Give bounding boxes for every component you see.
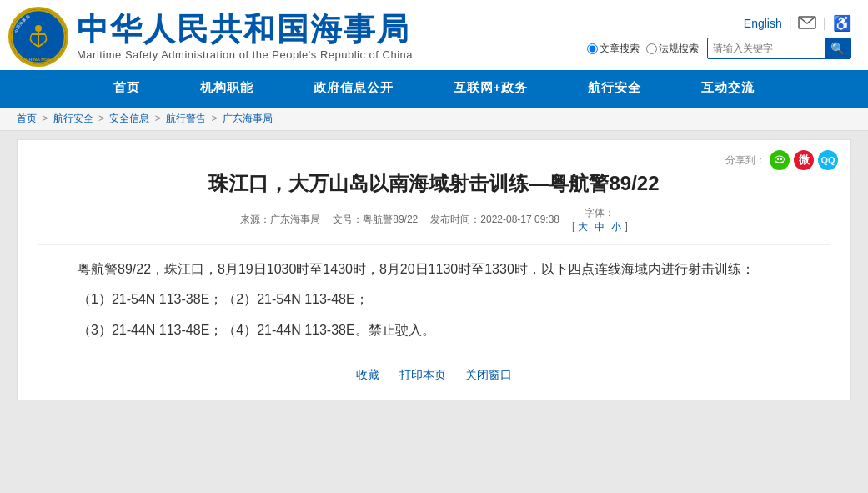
font-medium-btn[interactable]: 中	[595, 220, 605, 234]
nav-functions[interactable]: 机构职能	[170, 70, 283, 106]
breadcrumb-sep-4: >	[211, 113, 219, 124]
header-top: CHINA MSA 中国海事局 中华人民共和国海事局 Maritime Safe…	[0, 0, 868, 70]
separator-2: |	[823, 17, 826, 30]
breadcrumb-sep-3: >	[155, 113, 163, 124]
nav-internet-gov[interactable]: 互联网+政务	[424, 70, 559, 106]
header: CHINA MSA 中国海事局 中华人民共和国海事局 Maritime Safe…	[0, 0, 868, 108]
breadcrumb-home[interactable]: 首页	[17, 113, 37, 124]
search-input[interactable]	[708, 40, 825, 57]
close-link[interactable]: 关闭窗口	[465, 368, 512, 381]
print-link[interactable]: 打印本页	[399, 368, 446, 381]
logo-icon: CHINA MSA 中国海事局	[8, 7, 68, 67]
body-para-1: 粤航警89/22，珠江口，8月19日1030时至1430时，8月20日1130时…	[51, 258, 817, 282]
font-size-controls: [大 中 小]	[572, 220, 628, 234]
nav-interaction[interactable]: 互动交流	[671, 70, 785, 106]
meta-font-label: 字体： [大 中 小]	[572, 206, 628, 234]
font-small-btn[interactable]: 小	[611, 220, 621, 234]
site-title-en: Maritime Safety Administration of the Pe…	[77, 48, 413, 61]
article-title: 珠江口，大万山岛以南海域射击训练—粤航警89/22	[38, 169, 830, 198]
breadcrumb-nav-safety[interactable]: 航行安全	[53, 113, 93, 124]
search-icon: 🔍	[830, 42, 845, 55]
share-label: 分享到：	[725, 153, 765, 168]
nav-gov-info[interactable]: 政府信息公开	[283, 70, 424, 106]
share-wechat[interactable]	[770, 150, 790, 170]
font-large-btn[interactable]: 大	[578, 220, 588, 234]
search-input-wrap: 🔍	[707, 38, 851, 59]
search-button[interactable]: 🔍	[825, 38, 850, 58]
breadcrumb-guangdong[interactable]: 广东海事局	[223, 113, 273, 124]
body-coords-2: （3）21-44N 113-48E；（4）21-44N 113-38E。禁止驶入…	[51, 319, 817, 343]
radio-article[interactable]	[587, 43, 598, 54]
svg-point-9	[777, 158, 779, 160]
share-weibo[interactable]: 微	[794, 150, 814, 170]
article-meta: 来源：广东海事局 文号：粤航警89/22 发布时间：2022-08-17 09:…	[38, 206, 830, 245]
svg-text:CHINA MSA: CHINA MSA	[26, 57, 52, 62]
nav-bar: 首页 机构职能 政府信息公开 互联网+政务 航行安全 互动交流	[0, 70, 868, 106]
article-body: 粤航警89/22，珠江口，8月19日1030时至1430时，8月20日1130时…	[38, 258, 830, 343]
meta-publish: 发布时间：2022-08-17 09:38	[430, 213, 559, 227]
breadcrumb-safety-info[interactable]: 安全信息	[109, 113, 149, 124]
body-coords-1: （1）21-54N 113-38E；（2）21-54N 113-48E；	[51, 288, 817, 312]
radio-law[interactable]	[646, 43, 657, 54]
radio-law-label[interactable]: 法规搜索	[646, 42, 699, 56]
radio-article-label[interactable]: 文章搜索	[587, 42, 640, 56]
site-title-zh: 中华人民共和国海事局	[77, 13, 413, 48]
svg-point-10	[780, 158, 782, 160]
search-row: 文章搜索 法规搜索 🔍	[587, 38, 851, 59]
svg-point-1	[35, 25, 42, 32]
main-content: 分享到： 微 QQ 珠江口，大万山岛以南海域射击训练—粤航警89/22 来源：广…	[17, 139, 851, 400]
nav-home[interactable]: 首页	[83, 70, 170, 106]
meta-source: 来源：广东海事局	[240, 213, 320, 227]
svg-point-11	[775, 156, 785, 163]
radio-law-text: 法规搜索	[659, 42, 699, 56]
search-radio-group: 文章搜索 法规搜索	[587, 42, 699, 56]
english-link[interactable]: English	[744, 17, 782, 30]
collect-link[interactable]: 收藏	[356, 368, 379, 381]
breadcrumb-nav-warning[interactable]: 航行警告	[166, 113, 206, 124]
share-bar: 分享到： 微 QQ	[725, 150, 838, 170]
share-qq[interactable]: QQ	[818, 150, 838, 170]
meta-doc-no: 文号：粤航警89/22	[333, 213, 418, 227]
header-right: English | | ♿ 文章搜索	[587, 14, 851, 59]
email-icon[interactable]	[798, 16, 816, 32]
article-footer: 收藏 打印本页 关闭窗口	[38, 360, 830, 383]
accessibility-icon[interactable]: ♿	[833, 14, 851, 33]
breadcrumb: 首页 > 航行安全 > 安全信息 > 航行警告 > 广东海事局	[0, 108, 868, 131]
logo-area: CHINA MSA 中国海事局 中华人民共和国海事局 Maritime Safe…	[8, 7, 413, 67]
separator-1: |	[789, 17, 792, 30]
header-links: English | | ♿	[744, 14, 851, 33]
radio-article-text: 文章搜索	[600, 42, 640, 56]
nav-nav-safety[interactable]: 航行安全	[558, 70, 671, 106]
breadcrumb-sep-2: >	[98, 113, 107, 124]
logo-text: 中华人民共和国海事局 Maritime Safety Administratio…	[77, 13, 413, 62]
breadcrumb-sep-1: >	[42, 113, 50, 124]
